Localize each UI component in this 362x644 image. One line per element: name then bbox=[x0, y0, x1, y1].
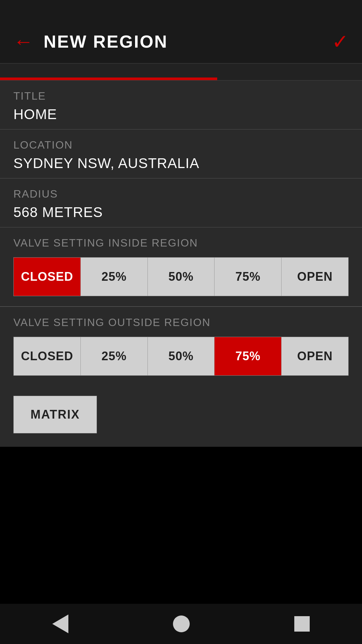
outside-btn-75pct[interactable]: 75% bbox=[215, 337, 282, 375]
title-field[interactable]: TITLE HOME bbox=[0, 80, 362, 129]
inside-btn-50pct[interactable]: 50% bbox=[148, 258, 215, 296]
valve-outside-buttons: CLOSED25%50%75%OPEN bbox=[13, 337, 349, 376]
location-value: SYDNEY NSW, AUSTRALIA bbox=[13, 155, 349, 171]
form-content: TITLE HOME LOCATION SYDNEY NSW, AUSTRALI… bbox=[0, 80, 362, 447]
progress-bar-fill bbox=[0, 77, 217, 80]
outside-btn-50pct[interactable]: 50% bbox=[148, 337, 215, 375]
valve-outside-inner: VALVE SETTING OUTSIDE REGION CLOSED25%50… bbox=[0, 307, 362, 386]
confirm-button[interactable]: ✓ bbox=[332, 30, 349, 53]
progress-bar-area bbox=[0, 64, 362, 80]
location-field[interactable]: LOCATION SYDNEY NSW, AUSTRALIA bbox=[0, 129, 362, 178]
inside-btn-closed[interactable]: CLOSED bbox=[14, 258, 81, 296]
radius-field[interactable]: RADIUS 568 METRES bbox=[0, 178, 362, 227]
valve-inside-buttons: CLOSED25%50%75%OPEN bbox=[13, 257, 349, 296]
inside-btn-25pct[interactable]: 25% bbox=[81, 258, 148, 296]
valve-inside-section: VALVE SETTING INSIDE REGION CLOSED25%50%… bbox=[0, 227, 362, 307]
page-title: NEW REGION bbox=[34, 32, 332, 52]
title-label: TITLE bbox=[13, 90, 349, 102]
spacer bbox=[0, 447, 362, 614]
outside-btn-open[interactable]: OPEN bbox=[282, 337, 348, 375]
recent-nav-icon[interactable] bbox=[294, 616, 310, 632]
header: ← NEW REGION ✓ bbox=[0, 20, 362, 64]
valve-outside-label: VALVE SETTING OUTSIDE REGION bbox=[13, 316, 349, 329]
location-label: LOCATION bbox=[13, 139, 349, 151]
home-nav-icon[interactable] bbox=[173, 615, 190, 632]
title-value: HOME bbox=[13, 106, 349, 122]
radius-value: 568 METRES bbox=[13, 204, 349, 220]
status-bar bbox=[0, 0, 362, 20]
matrix-button[interactable]: MATRIX bbox=[13, 396, 97, 433]
back-button[interactable]: ← bbox=[13, 32, 34, 52]
valve-outside-section: VALVE SETTING OUTSIDE REGION CLOSED25%50… bbox=[0, 307, 362, 447]
inside-btn-open[interactable]: OPEN bbox=[282, 258, 348, 296]
outside-btn-closed[interactable]: CLOSED bbox=[14, 337, 81, 375]
outside-btn-25pct[interactable]: 25% bbox=[81, 337, 148, 375]
nav-bar bbox=[0, 604, 362, 644]
radius-label: RADIUS bbox=[13, 188, 349, 200]
inside-btn-75pct[interactable]: 75% bbox=[215, 258, 282, 296]
valve-inside-label: VALVE SETTING INSIDE REGION bbox=[13, 237, 349, 249]
back-nav-icon[interactable] bbox=[52, 614, 68, 633]
